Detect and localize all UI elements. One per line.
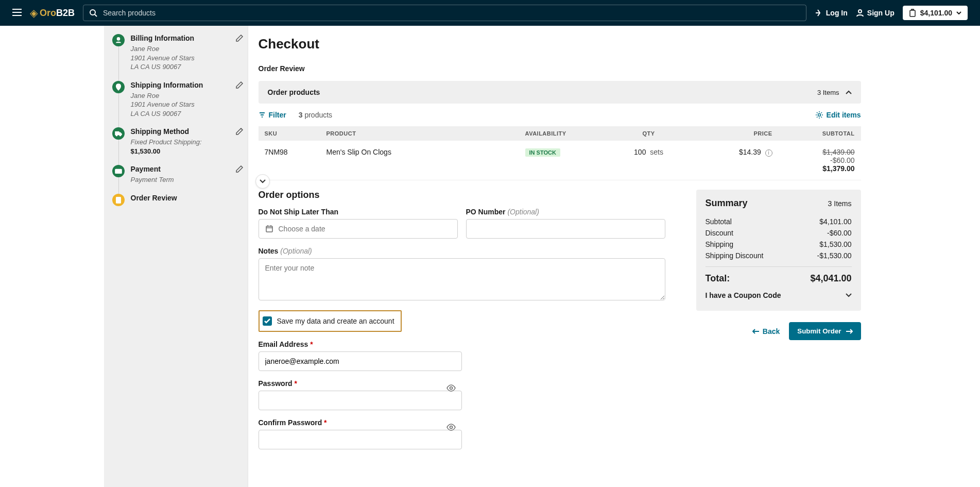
notes-input[interactable] (259, 258, 665, 300)
order-options: Order options Do Not Ship Later Than PO … (259, 190, 665, 449)
edit-billing-icon[interactable] (235, 34, 244, 44)
ship-date-label: Do Not Ship Later Than (259, 208, 458, 216)
save-account-label: Save my data and create an account (277, 317, 394, 325)
cell-sku: 7NM98 (265, 148, 326, 156)
calendar-icon (265, 225, 273, 233)
password-input[interactable] (259, 391, 462, 410)
svg-point-24 (450, 387, 452, 390)
svg-point-9 (117, 85, 119, 87)
svg-line-4 (95, 14, 97, 16)
edit-shipping-icon[interactable] (235, 81, 244, 91)
step-shipping: Shipping Information Jane Roe 1901 Avenu… (112, 81, 244, 119)
stock-badge: IN STOCK (525, 148, 560, 157)
edit-items-button[interactable]: Edit items (815, 111, 861, 119)
step-title: Shipping Method (131, 127, 229, 136)
confirm-password-input[interactable] (259, 430, 462, 449)
coupon-toggle[interactable]: I have a Coupon Code (706, 284, 852, 303)
login-label: Log In (826, 9, 848, 17)
total-label: Total: (706, 273, 730, 284)
total-value: $4,041.00 (810, 273, 851, 284)
step-title: Shipping Information (131, 81, 229, 89)
ship-date-input[interactable] (259, 219, 458, 239)
page-subtitle: Order Review (259, 64, 861, 73)
summary-column: Summary 3 Items Subtotal$4,101.00 Discou… (696, 190, 861, 449)
gear-icon (815, 111, 823, 119)
shipping-step-icon (112, 81, 125, 93)
chevron-down-icon (260, 179, 266, 183)
logo-suffix: B2B (56, 8, 75, 19)
summary-row: Shipping Discount-$1,530.00 (706, 250, 852, 261)
summary-row: Subtotal$4,101.00 (706, 216, 852, 227)
billing-step-icon (112, 34, 125, 46)
info-icon[interactable]: i (765, 149, 772, 157)
svg-rect-20 (266, 226, 272, 232)
payment-step-icon (112, 165, 125, 177)
step-method: Shipping Method Fixed Product Shipping: … (112, 127, 244, 156)
summary-items: 3 Items (828, 199, 852, 208)
svg-rect-10 (115, 132, 118, 135)
order-products-title: Order products (268, 88, 320, 96)
svg-point-25 (450, 426, 452, 429)
search-input[interactable] (83, 5, 806, 21)
method-step-icon (112, 127, 125, 140)
search-wrap (83, 5, 806, 21)
logo[interactable]: ◈ OroB2B (30, 7, 75, 19)
show-confirm-password-icon[interactable] (446, 424, 456, 432)
step-title: Order Review (131, 194, 244, 202)
options-title: Order options (259, 190, 665, 200)
cell-name: Men's Slip On Clogs (326, 148, 525, 156)
signup-label: Sign Up (867, 9, 895, 17)
order-products-count: 3 Items (817, 89, 839, 96)
step-review: Order Review (112, 194, 244, 206)
edit-payment-icon[interactable] (235, 165, 244, 175)
login-link[interactable]: Log In (815, 9, 848, 17)
arrow-left-icon (752, 329, 760, 334)
menu-toggle-icon[interactable] (12, 9, 22, 18)
products-table: SKU PRODUCT AVAILABILITY QTY PRICE SUBTO… (259, 126, 861, 180)
svg-rect-13 (115, 170, 121, 174)
cart-button[interactable]: $4,101.00 (903, 6, 968, 20)
chevron-down-icon (846, 293, 852, 297)
page-title: Checkout (259, 36, 861, 52)
po-input[interactable] (466, 219, 665, 239)
edit-method-icon[interactable] (235, 127, 244, 137)
svg-point-11 (116, 135, 117, 136)
logo-prefix: Oro (40, 8, 56, 19)
cart-total: $4,101.00 (920, 9, 952, 17)
step-billing: Billing Information Jane Roe 1901 Avenue… (112, 34, 244, 72)
checkbox-checked-icon (263, 316, 272, 326)
email-input[interactable] (259, 351, 462, 371)
filter-button[interactable]: Filter (259, 111, 286, 119)
arrow-right-icon (846, 329, 853, 334)
svg-point-19 (818, 114, 820, 116)
notes-label: Notes (Optional) (259, 247, 665, 255)
save-account-checkbox-row[interactable]: Save my data and create an account (259, 310, 402, 332)
svg-point-6 (858, 10, 862, 13)
svg-rect-7 (910, 10, 915, 16)
step-payment: Payment Payment Term (112, 165, 244, 184)
search-icon (89, 9, 97, 19)
chevron-up-icon (846, 90, 852, 94)
summary-panel: Summary 3 Items Subtotal$4,101.00 Discou… (696, 190, 861, 311)
review-step-icon (112, 194, 125, 206)
chevron-down-icon (956, 11, 961, 14)
svg-point-8 (117, 38, 119, 40)
summary-row: Discount-$60.00 (706, 227, 852, 239)
collapse-table-button[interactable] (255, 174, 270, 189)
back-button[interactable]: Back (752, 327, 780, 335)
main-content: Checkout Order Review Order products 3 I… (248, 26, 876, 487)
submit-order-button[interactable]: Submit Order (789, 322, 861, 340)
po-label: PO Number (Optional) (466, 208, 665, 216)
confirm-password-label: Confirm Password * (259, 418, 462, 427)
summary-row: Shipping$1,530.00 (706, 239, 852, 250)
step-title: Payment (131, 165, 229, 173)
signup-link[interactable]: Sign Up (856, 9, 895, 17)
svg-point-12 (119, 135, 121, 136)
table-header: SKU PRODUCT AVAILABILITY QTY PRICE SUBTO… (259, 126, 861, 141)
top-navbar: ◈ OroB2B Log In Sign Up $4,101.00 (0, 0, 980, 26)
checkout-steps-sidebar: Billing Information Jane Roe 1901 Avenue… (104, 26, 248, 487)
email-label: Email Address * (259, 340, 462, 348)
svg-point-3 (90, 10, 95, 15)
order-products-header[interactable]: Order products 3 Items (259, 81, 861, 104)
show-password-icon[interactable] (446, 384, 456, 393)
